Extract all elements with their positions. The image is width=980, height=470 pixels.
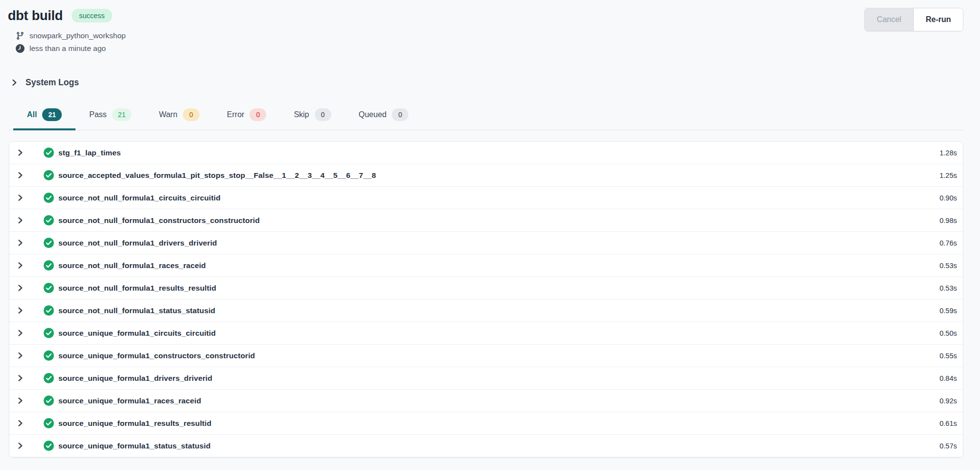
result-row[interactable]: source_unique_formula1_status_statusid 0…	[9, 435, 963, 457]
tab-count-badge: 0	[250, 108, 266, 121]
tab-count-badge: 0	[392, 108, 408, 121]
check-circle-icon	[44, 396, 54, 406]
result-row[interactable]: source_not_null_formula1_constructors_co…	[9, 209, 963, 232]
result-name: source_not_null_formula1_races_raceid	[58, 261, 206, 270]
result-row[interactable]: source_unique_formula1_constructors_cons…	[9, 345, 963, 367]
result-duration: 0.55s	[930, 352, 957, 360]
result-row[interactable]: source_not_null_formula1_status_statusid…	[9, 299, 963, 322]
result-row[interactable]: source_not_null_formula1_results_resulti…	[9, 277, 963, 299]
tab-label: Pass	[89, 110, 107, 119]
run-actions: Cancel Re-run	[864, 8, 963, 31]
header-left: dbt build success snowpark_python_worksh…	[8, 8, 126, 55]
tab-warn[interactable]: Warn 0	[145, 108, 213, 130]
result-row[interactable]: source_not_null_formula1_drivers_driveri…	[9, 232, 963, 254]
result-name: source_unique_formula1_drivers_driverid	[58, 374, 212, 383]
chevron-right-icon	[11, 79, 18, 86]
title-wrap: dbt build success	[8, 8, 126, 24]
chevron-right-icon[interactable]	[17, 148, 24, 157]
chevron-right-icon[interactable]	[17, 239, 24, 247]
branch-name: snowpark_python_workshop	[29, 31, 126, 40]
chevron-right-icon[interactable]	[17, 374, 24, 382]
tab-count-badge: 0	[315, 108, 331, 121]
result-name: source_unique_formula1_circuits_circuiti…	[58, 329, 216, 338]
check-circle-icon	[44, 215, 54, 225]
chevron-right-icon[interactable]	[17, 442, 24, 450]
result-duration: 0.98s	[930, 217, 957, 224]
tabs: All 21 Pass 21 Warn 0 Error 0 Skip 0 Que…	[8, 108, 963, 130]
chevron-right-icon[interactable]	[17, 194, 24, 202]
result-name: source_not_null_formula1_results_resulti…	[58, 284, 216, 293]
result-name: stg_f1_lap_times	[58, 148, 121, 157]
check-circle-icon	[44, 328, 54, 338]
result-row[interactable]: source_unique_formula1_circuits_circuiti…	[9, 322, 963, 345]
check-circle-icon	[44, 238, 54, 248]
result-name: source_not_null_formula1_status_statusid	[58, 306, 215, 315]
chevron-right-icon[interactable]	[17, 216, 24, 224]
run-detail-page: dbt build success snowpark_python_worksh…	[0, 0, 980, 458]
check-circle-icon	[44, 305, 54, 316]
result-row[interactable]: source_not_null_formula1_circuits_circui…	[9, 187, 963, 209]
branch-line: snowpark_python_workshop	[16, 29, 126, 42]
result-name: source_unique_formula1_results_resultid	[58, 419, 211, 428]
result-name: source_accepted_values_formula1_pit_stop…	[58, 171, 376, 180]
result-duration: 1.25s	[930, 172, 957, 179]
tab-error[interactable]: Error 0	[213, 108, 280, 130]
result-duration: 0.53s	[930, 284, 957, 292]
tab-label: Queued	[359, 110, 387, 119]
check-circle-icon	[44, 260, 54, 271]
result-name: source_unique_formula1_status_statusid	[58, 442, 210, 450]
tab-label: Warn	[159, 110, 177, 119]
result-duration: 0.84s	[930, 374, 957, 382]
header: dbt build success snowpark_python_worksh…	[8, 8, 963, 55]
results-list: stg_f1_lap_times 1.28s source_accepted_v…	[9, 141, 963, 458]
result-row[interactable]: source_unique_formula1_races_raceid 0.92…	[9, 390, 963, 412]
tab-label: Error	[227, 110, 245, 119]
cancel-button: Cancel	[865, 8, 914, 31]
result-name: source_not_null_formula1_circuits_circui…	[58, 194, 221, 202]
check-circle-icon	[44, 170, 54, 180]
result-duration: 0.90s	[930, 194, 957, 202]
chevron-right-icon[interactable]	[17, 396, 24, 405]
result-duration: 0.61s	[930, 420, 957, 427]
tab-all[interactable]: All 21	[13, 108, 75, 130]
page-title: dbt build	[8, 8, 63, 24]
result-row[interactable]: source_unique_formula1_drivers_driverid …	[9, 367, 963, 390]
check-circle-icon	[44, 283, 54, 293]
rerun-button[interactable]: Re-run	[914, 8, 963, 31]
result-duration: 0.59s	[930, 307, 957, 315]
result-row[interactable]: source_not_null_formula1_races_raceid 0.…	[9, 254, 963, 277]
time-ago: less than a minute ago	[29, 44, 106, 53]
result-name: source_not_null_formula1_drivers_driveri…	[58, 239, 217, 247]
result-duration: 0.57s	[930, 442, 957, 450]
chevron-right-icon[interactable]	[17, 306, 24, 315]
system-logs-toggle[interactable]: System Logs	[11, 77, 79, 88]
tab-count-badge: 21	[42, 108, 62, 121]
time-line: less than a minute ago	[16, 42, 126, 55]
tab-label: Skip	[294, 110, 309, 119]
result-duration: 0.76s	[930, 239, 957, 247]
result-duration: 1.28s	[930, 149, 957, 157]
result-row[interactable]: source_unique_formula1_results_resultid …	[9, 412, 963, 435]
git-branch-icon	[16, 31, 25, 40]
system-logs-label: System Logs	[25, 77, 79, 88]
result-row[interactable]: stg_f1_lap_times 1.28s	[9, 142, 963, 164]
tab-count-badge: 0	[183, 108, 200, 121]
chevron-right-icon[interactable]	[17, 171, 24, 179]
tab-pass[interactable]: Pass 21	[75, 108, 145, 130]
tab-skip[interactable]: Skip 0	[280, 108, 345, 130]
chevron-right-icon[interactable]	[17, 329, 24, 337]
check-circle-icon	[44, 350, 54, 361]
result-name: source_unique_formula1_races_raceid	[58, 396, 201, 405]
result-name: source_unique_formula1_constructors_cons…	[58, 351, 255, 360]
check-circle-icon	[44, 148, 54, 158]
result-duration: 0.53s	[930, 262, 957, 270]
chevron-right-icon[interactable]	[17, 419, 24, 427]
chevron-right-icon[interactable]	[17, 284, 24, 292]
tab-queued[interactable]: Queued 0	[345, 108, 423, 130]
check-circle-icon	[44, 418, 54, 428]
result-row[interactable]: source_accepted_values_formula1_pit_stop…	[9, 164, 963, 187]
check-circle-icon	[44, 441, 54, 451]
chevron-right-icon[interactable]	[17, 351, 24, 360]
tab-count-badge: 21	[112, 108, 132, 121]
chevron-right-icon[interactable]	[17, 261, 24, 270]
